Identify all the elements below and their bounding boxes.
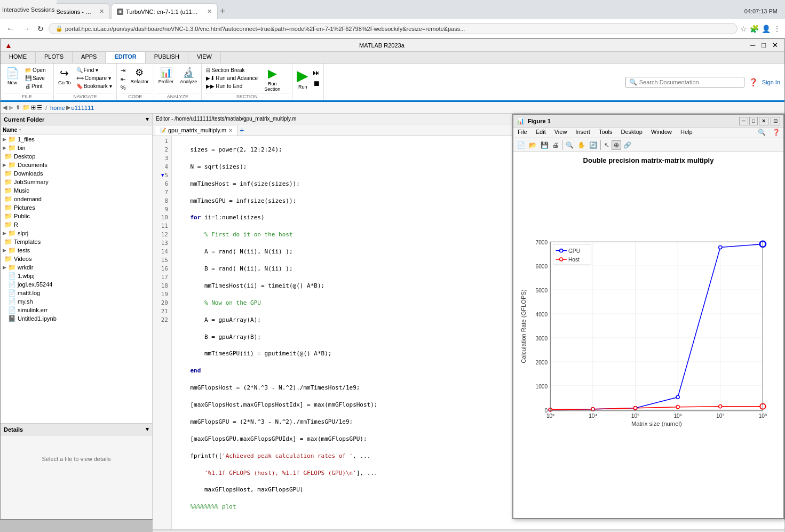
figure-menu-edit[interactable]: Edit xyxy=(532,128,550,138)
editor-tab[interactable]: 📝 gpu_matrix_multiply.m ✕ xyxy=(155,125,237,136)
open-button[interactable]: 📂 Open xyxy=(23,67,47,74)
sign-in-button[interactable]: Sign In xyxy=(762,79,780,85)
back-button[interactable]: ← xyxy=(4,23,17,35)
current-folder-expand[interactable]: ▾ xyxy=(146,116,149,123)
list-item[interactable]: 📁Downloads xyxy=(1,169,152,178)
fig-open-btn[interactable]: 📂 xyxy=(527,141,538,149)
bookmark-star[interactable]: ☆ xyxy=(740,25,747,33)
search-input[interactable] xyxy=(639,79,741,85)
list-item[interactable]: 📁Pictures xyxy=(1,203,152,212)
tab-editor[interactable]: EDITOR xyxy=(106,52,145,63)
figure-close-btn[interactable]: ✕ xyxy=(759,117,768,125)
new-tab-button[interactable]: + xyxy=(220,6,226,16)
figure-undock-btn[interactable]: ⊡ xyxy=(771,117,780,125)
fig-pan-btn[interactable]: ✋ xyxy=(576,141,587,149)
fig-data-cursor-btn[interactable]: ⊕ xyxy=(612,140,621,150)
address-input[interactable] xyxy=(65,26,731,32)
toolbar-list-btn[interactable]: ☰ xyxy=(37,104,42,111)
figure-restore-btn[interactable]: □ xyxy=(749,117,758,125)
profile-btn[interactable]: 👤 xyxy=(762,25,771,33)
tab-home[interactable]: HOME xyxy=(1,52,36,63)
compare-button[interactable]: ⟺ Compare ▾ xyxy=(74,75,114,82)
tab-publish[interactable]: PUBLISH xyxy=(146,52,188,63)
minimize-button[interactable]: ─ xyxy=(748,41,757,49)
menu-btn[interactable]: ⋮ xyxy=(773,25,781,33)
tab-plots[interactable]: PLOTS xyxy=(36,52,73,63)
figure-menu-desktop[interactable]: Desktop xyxy=(617,128,647,138)
list-item[interactable]: ▶📄mattt.log xyxy=(1,289,152,297)
list-item[interactable]: 📁ondemand xyxy=(1,195,152,203)
tab-view[interactable]: VIEW xyxy=(188,52,221,63)
indent-right-btn[interactable]: ⇥ xyxy=(119,67,128,75)
list-item[interactable]: ▶📁tests xyxy=(1,246,152,255)
extension-btn[interactable]: 🧩 xyxy=(750,25,759,33)
refactor-button[interactable]: ⚙ Refactor xyxy=(128,66,150,85)
stop-button[interactable]: ⏹ xyxy=(312,78,321,88)
list-item[interactable]: ▶📁bin xyxy=(1,144,152,152)
list-item[interactable]: 📁Music xyxy=(1,186,152,195)
save-button[interactable]: 💾 Save xyxy=(23,75,47,82)
tab-apps[interactable]: APPS xyxy=(73,52,106,63)
breadcrumb-user[interactable]: u111111 xyxy=(72,105,94,111)
list-item[interactable]: 📁Desktop xyxy=(1,152,152,161)
figure-menu-file[interactable]: File xyxy=(513,128,532,138)
fig-zoom-in-btn[interactable]: 🔍 xyxy=(564,141,575,149)
profiler-button[interactable]: 📊 Profiler xyxy=(156,66,176,85)
toolbar-up-btn[interactable]: ⬆ xyxy=(15,104,20,111)
print-button[interactable]: 🖨 Print xyxy=(23,83,47,90)
figure-menu-insert[interactable]: Insert xyxy=(571,128,594,138)
list-item[interactable]: ▶📁Documents xyxy=(1,161,152,169)
tab2-close[interactable]: ✕ xyxy=(207,8,212,15)
list-item[interactable]: ▶📁1_files xyxy=(1,135,152,144)
fig-print-btn[interactable]: 🖨 xyxy=(551,141,560,149)
list-item[interactable]: ▶📄1.wbpj xyxy=(1,272,152,280)
analyze-button[interactable]: 🔬 Analyze xyxy=(178,66,199,85)
fig-new-btn[interactable]: 📄 xyxy=(516,141,527,149)
fig-link-btn[interactable]: 🔗 xyxy=(622,141,633,149)
figure-menu-view[interactable]: View xyxy=(550,128,572,138)
list-item[interactable]: 📁R xyxy=(1,220,152,229)
toolbar-forward-btn[interactable]: ▶ xyxy=(9,104,13,111)
help-icon[interactable]: ❓ xyxy=(749,78,758,86)
file-col-name[interactable]: Name ↑ xyxy=(3,127,21,133)
forward-button[interactable]: → xyxy=(20,23,33,35)
figure-help-icon[interactable]: ❓ xyxy=(769,128,783,138)
toolbar-back-btn[interactable]: ◀ xyxy=(3,104,7,111)
list-item[interactable]: ▶📁slprj xyxy=(1,229,152,237)
figure-menu-help[interactable]: Help xyxy=(676,128,697,138)
run-advance-button[interactable]: ▶⬇ Run and Advance xyxy=(204,75,260,82)
find-button[interactable]: 🔍 Find ▾ xyxy=(74,67,114,74)
list-item[interactable]: ▶📄simulink.err xyxy=(1,306,152,314)
figure-search-icon[interactable]: 🔍 xyxy=(755,128,769,138)
tab-2[interactable]: ▣ TurboVNC: en-7-1:1 (u1111... ✕ xyxy=(111,3,218,19)
bookmark-btn[interactable]: 🔖 Bookmark ▾ xyxy=(74,83,114,90)
indent-left-btn[interactable]: ⇤ xyxy=(119,75,128,83)
run-section-button[interactable]: ▶ RunSection xyxy=(262,66,282,93)
figure-menu-tools[interactable]: Tools xyxy=(594,128,617,138)
comment-btn[interactable]: % xyxy=(119,84,128,91)
list-item[interactable]: 📁JobSummary xyxy=(1,178,152,186)
details-expand[interactable]: ▾ xyxy=(146,426,149,433)
editor-tab-close-btn[interactable]: ✕ xyxy=(228,128,233,133)
goto-button[interactable]: ↪ Go To xyxy=(56,66,73,86)
reload-button[interactable]: ↻ xyxy=(35,23,46,34)
run-to-end-button[interactable]: ▶▶ Run to End xyxy=(204,83,260,90)
list-item[interactable]: ▶📄jogl.ex.55244 xyxy=(1,280,152,289)
figure-menu-window[interactable]: Window xyxy=(647,128,676,138)
tab1-close[interactable]: ✕ xyxy=(99,8,104,15)
fig-rotate-btn[interactable]: 🔄 xyxy=(588,141,599,149)
run-button[interactable]: ▶ Run xyxy=(295,66,311,91)
step-forward-button[interactable]: ⏭ xyxy=(312,68,321,77)
list-item[interactable]: 📁Videos xyxy=(1,255,152,263)
toolbar-browse-btn[interactable]: 📁 xyxy=(22,104,30,111)
list-item[interactable]: ▶📄my.sh xyxy=(1,297,152,306)
list-item[interactable]: ▶📁wrkdir xyxy=(1,263,152,272)
editor-tab-add-btn[interactable]: + xyxy=(240,126,244,134)
fig-cursor-btn[interactable]: ↖ xyxy=(602,141,611,149)
maximize-button[interactable]: □ xyxy=(759,41,768,49)
section-break-button[interactable]: ⊟ Section Break xyxy=(204,67,260,74)
figure-minimize-btn[interactable]: ─ xyxy=(739,117,748,125)
list-item[interactable]: 📁Templates xyxy=(1,237,152,246)
breadcrumb-home[interactable]: home xyxy=(50,105,65,111)
list-item[interactable]: ▶📓Untitled1.ipynb xyxy=(1,314,152,323)
